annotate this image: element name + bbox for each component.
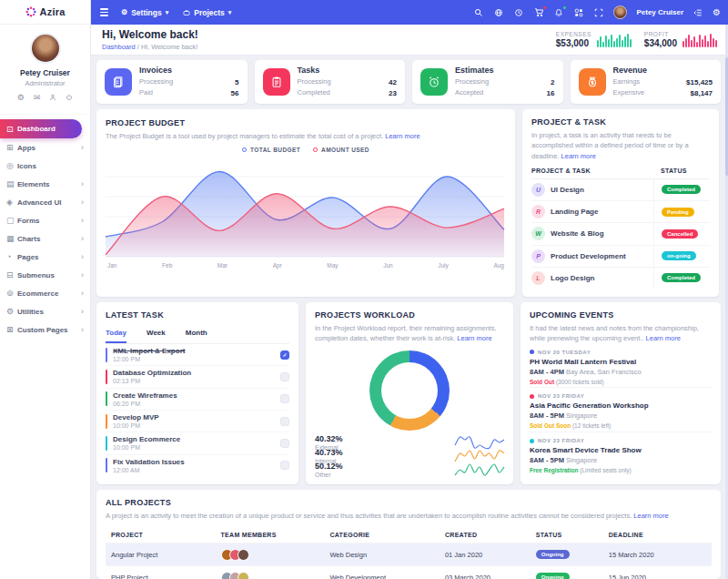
categorie-cell: Web Development [329,574,445,579]
kpi-label: EXPENSES [556,31,592,37]
created-cell: 01 Jan 2020 [445,551,536,559]
task-checkbox[interactable] [280,372,289,381]
chevron-right-icon: › [81,179,84,188]
stat-title: Tasks [298,66,398,75]
table-row[interactable]: WWebsite & BlogCancelled [531,223,710,245]
sidebar-item-charts[interactable]: ▦Charts› [0,229,90,248]
tab-week[interactable]: Week [147,325,166,343]
gear-icon[interactable]: ⚙ [17,94,25,103]
breadcrumb-home[interactable]: Dashboard [102,43,136,51]
event-item[interactable]: NOV 23 FRIDAY Korea Smart Device Trade S… [530,432,712,476]
stat-row-value: 2 [551,77,554,88]
sidebar-item-utilities[interactable]: ⚙Utilities› [0,302,90,320]
status-badge: Completed [662,185,701,194]
table-row[interactable]: PProduct Developmenton-going [531,246,710,268]
learn-more-link[interactable]: Learn more [646,334,681,342]
table-row[interactable]: UUI DesignCompleted [531,179,710,201]
logo-icon [25,6,36,17]
task-title: Fix Validation Issues [113,458,275,466]
learn-more-link[interactable]: Learn more [457,334,491,342]
sidebar-item-icons[interactable]: ◎Icons› [0,157,90,175]
event-date: NOV 20 TUESDAY [538,350,591,355]
nav-menu-projects[interactable]: Projects▾ [183,8,231,17]
globe-icon[interactable] [493,7,504,18]
avatar: U [531,183,545,197]
upcoming-events-card: UPCOMING EVENTS It had the latest news a… [521,302,721,484]
search-icon[interactable] [473,7,484,18]
sidebar-item-elements[interactable]: ▤Elements› [0,175,90,193]
sidebar-item-ecommerce[interactable]: ⊚Ecommerce› [0,284,90,302]
sidebar-item-forms[interactable]: ▢Forms› [0,211,90,229]
kpi-strip: EXPENSES$53,000 PROFIT$34,000 [556,31,717,48]
categorie-cell: Web Design [329,551,445,559]
event-time: 8AM - 5PM [530,411,564,420]
table-row[interactable]: Angular Project Web Design 01 Jan 2020 O… [106,543,712,566]
main-column: ⚙Settings▾ Projects▾ Petey Cruiser ⚙ Hi,… [91,0,728,579]
list-item: Develop MVP10:00 PM [106,411,289,432]
task-color-bar [106,370,107,384]
stat-card-estimates[interactable]: Estimates Processing2 Accepted16 [412,60,563,104]
sidebar-item-advanced-ui[interactable]: ◈Advanced UI› [0,193,90,211]
sidebar-item-label: Forms [17,217,39,225]
stat-cards-row: Invoices Processing5 Paid56 Tasks Proces… [96,60,721,104]
nav-menu-settings[interactable]: ⚙Settings▾ [121,8,168,17]
stat-card-invoices[interactable]: Invoices Processing5 Paid56 [96,60,248,104]
task-checkbox[interactable] [280,417,289,426]
sidebar-item-pages[interactable]: ◔Pages› [0,248,90,266]
hamburger-icon[interactable] [100,8,108,16]
mail-icon[interactable]: ✉ [34,94,41,103]
stat-title: Estimates [455,66,555,75]
tab-month[interactable]: Month [186,325,207,343]
money-bag-icon [579,68,606,96]
legend-label: AMOUNT USED [321,147,369,153]
sidebar-item-apps[interactable]: ⊞Apps› [0,138,90,157]
table-row[interactable]: RLanding PagePending [531,201,710,223]
table-row[interactable]: PHP Project Web Development 03 March 202… [106,566,712,579]
event-status: Sold Out Soon [530,422,571,429]
legend-amount-used[interactable]: AMOUNT USED [313,147,369,153]
power-icon[interactable] [66,94,73,103]
icons-icon: ◎ [6,161,17,170]
task-checkbox[interactable] [280,394,289,403]
profile-avatar[interactable] [30,33,61,64]
sidebar-toggle-icon[interactable] [693,7,703,18]
task-name: Product Development [551,252,626,260]
stat-card-revenue[interactable]: Revenue Earnings$15,425 Expensive$8,147 [571,60,722,104]
sidebar-item-label: Ecommerce [17,290,58,298]
learn-more-link[interactable]: Learn more [561,152,596,160]
stat-card-tasks[interactable]: Tasks Processing42 Completed23 [255,60,406,104]
user-name[interactable]: Petey Cruiser [636,8,683,16]
cart-icon[interactable] [533,7,544,18]
event-item[interactable]: NOV 23 FRIDAY Asia Pacific Generation Wo… [530,388,712,432]
bell-icon[interactable] [553,7,564,18]
chevron-right-icon: › [81,198,84,207]
learn-more-link[interactable]: Learn more [633,512,668,520]
page-title: Hi, Welcome back! [102,28,198,41]
user-icon[interactable] [49,94,56,103]
deadline-cell: 15 March 2020 [609,551,712,559]
stat-row-label: Processing [455,77,489,88]
member-avatar [238,572,249,579]
tab-today[interactable]: Today [106,325,126,343]
task-checkbox[interactable] [280,350,289,360]
sidebar-item-submenus[interactable]: ⊟Submenus› [0,266,90,284]
caret-down-icon: ▾ [166,9,169,16]
legend-total-budget[interactable]: TOTAL BUDGET [242,147,300,153]
sidebar-item-dashboard[interactable]: ⊡Dashboard› [0,119,82,138]
fullscreen-icon[interactable] [593,7,604,18]
user-avatar[interactable] [613,5,627,19]
stat-row-label: Processing [139,77,173,88]
project-budget-card: PROJECT BUDGET The Project Budget is a t… [96,109,515,297]
brand[interactable]: Azira [0,0,90,25]
profit-sparkline [682,33,717,47]
event-item[interactable]: NOV 20 TUESDAY PH World Mall Lantern Fes… [530,344,712,389]
learn-more-link[interactable]: Learn more [385,132,420,140]
sidebar-item-custom-pages[interactable]: ⊠Custom Pages› [0,320,90,339]
settings-gear-icon[interactable]: ⚙ [713,8,721,17]
apps-grid-icon[interactable] [573,7,584,18]
task-checkbox[interactable] [280,439,289,448]
created-cell: 03 March 2020 [445,574,536,579]
table-row[interactable]: LLogo DesignCompleted [531,268,710,289]
history-icon[interactable] [513,7,524,18]
task-checkbox[interactable] [280,461,289,470]
